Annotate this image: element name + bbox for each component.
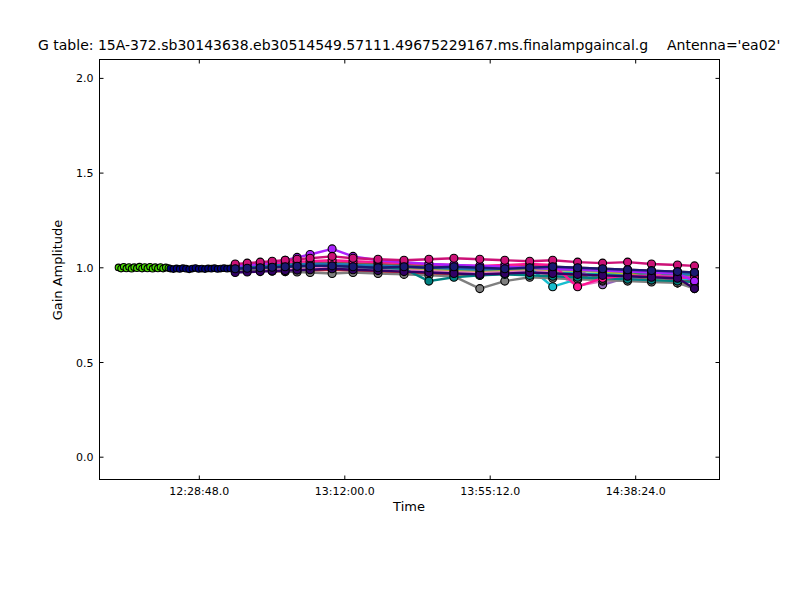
- series-08-marker: [549, 283, 557, 291]
- series-14-marker: [691, 277, 699, 285]
- x-tick-label: 12:28:48.0: [169, 485, 229, 498]
- y-tick-label: 1.5: [76, 167, 94, 180]
- series-17-marker: [476, 264, 484, 272]
- series-17-marker: [374, 264, 382, 272]
- series-17-marker: [328, 262, 336, 270]
- series-17-marker: [281, 263, 289, 271]
- series-16-marker: [691, 285, 699, 293]
- series-15-marker: [501, 256, 509, 264]
- series-14-marker: [328, 245, 336, 253]
- series-15-marker: [328, 252, 336, 260]
- series-17-marker: [243, 264, 251, 272]
- series-17-marker: [400, 263, 408, 271]
- series-17-marker: [450, 263, 458, 271]
- x-tick-label: 13:55:12.0: [460, 485, 520, 498]
- series-17-marker: [306, 262, 314, 270]
- series-15-marker: [306, 254, 314, 262]
- series-17-marker: [526, 264, 534, 272]
- x-tick-label: 13:12:00.0: [315, 485, 375, 498]
- y-tick-label: 1.0: [76, 262, 94, 275]
- series-15-marker: [450, 254, 458, 262]
- series-15-marker: [349, 254, 357, 262]
- series-17-marker: [293, 262, 301, 270]
- series-17-marker: [256, 264, 264, 272]
- series-17-marker: [231, 265, 239, 273]
- series-15-marker: [476, 255, 484, 263]
- plot-figure: G table: 15A-372.sb30143638.eb30514549.5…: [0, 0, 800, 600]
- series-17-marker: [574, 264, 582, 272]
- x-tick-label: 14:38:24.0: [606, 485, 666, 498]
- series-11-marker: [476, 285, 484, 293]
- y-tick-label: 0.0: [76, 451, 94, 464]
- series-15-marker: [624, 258, 632, 266]
- y-tick-label: 0.5: [76, 357, 94, 370]
- series-12-marker: [425, 277, 433, 285]
- series-15-marker: [425, 255, 433, 263]
- series-17-marker: [691, 269, 699, 277]
- series-17-marker: [599, 265, 607, 273]
- series-13-marker: [574, 283, 582, 291]
- series-17-marker: [549, 263, 557, 271]
- series-17-marker: [349, 263, 357, 271]
- series-15-marker: [374, 255, 382, 263]
- series-17-marker: [674, 268, 682, 276]
- series-17-marker: [425, 264, 433, 272]
- series-17-marker: [501, 265, 509, 273]
- plot-area: 12:28:48.013:12:00.013:55:12.014:38:24.0…: [0, 0, 800, 600]
- series-17-marker: [648, 267, 656, 275]
- series-17-marker: [624, 266, 632, 274]
- y-tick-label: 2.0: [76, 72, 94, 85]
- series-17-marker: [268, 263, 276, 271]
